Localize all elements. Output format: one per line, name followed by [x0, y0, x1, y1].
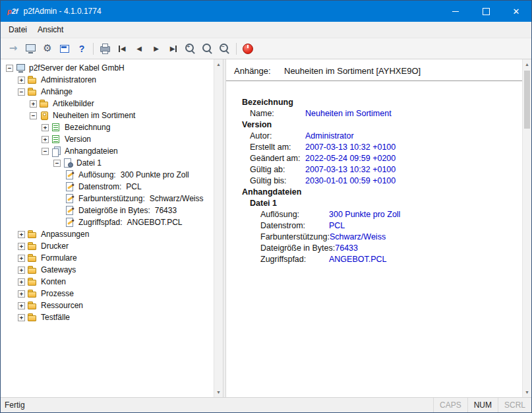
toolbar-separator — [93, 43, 94, 55]
attach-icon — [40, 111, 49, 120]
close-button[interactable]: ✕ — [501, 1, 531, 22]
menu-item-datei[interactable]: Datei — [3, 23, 32, 36]
tree-item-label: Dateigröße in Bytes: — [78, 206, 150, 215]
minimize-button[interactable] — [440, 1, 471, 22]
tree-item[interactable]: Auflösung:300 Punkte pro Zoll — [1, 169, 214, 181]
expand-icon[interactable]: + — [18, 231, 25, 238]
toolbar-separator — [236, 43, 237, 55]
status-indicators: CAPSNUMSCRL — [433, 398, 531, 412]
collapse-icon[interactable]: − — [53, 160, 61, 167]
detail-value: 76433 — [335, 243, 358, 253]
tree-item[interactable]: +Ressourcen — [1, 300, 214, 311]
maximize-button[interactable] — [471, 1, 501, 22]
scroll-up-icon[interactable]: ▲ — [523, 59, 531, 69]
zoom-in-button[interactable] — [182, 41, 199, 57]
detail-label: Farbunterstützung: — [260, 232, 330, 243]
app-icon: p2f — [7, 7, 18, 15]
help-icon: ? — [79, 44, 85, 53]
title-bar[interactable]: p2f p2fAdmin - 4.1.0.1774 ✕ — [1, 1, 531, 22]
expand-icon[interactable]: + — [42, 136, 49, 143]
tree-item[interactable]: +Drucker — [1, 240, 214, 252]
scroll-down-icon[interactable]: ▼ — [214, 387, 223, 397]
detail-scrollbar[interactable]: ▲ ▼ — [522, 59, 531, 397]
tree-item[interactable]: +Gateways — [1, 264, 214, 276]
zoom-button[interactable] — [199, 41, 216, 57]
close-icon: ✕ — [513, 7, 520, 16]
scroll-up-icon[interactable]: ▲ — [214, 59, 223, 69]
expand-icon[interactable]: + — [18, 314, 25, 321]
tree-item[interactable]: Farbunterstützung:Schwarz/Weiss — [1, 193, 214, 205]
first-record-button[interactable]: ◀ — [113, 41, 131, 57]
scroll-down-icon[interactable]: ▼ — [523, 387, 531, 397]
print-button[interactable] — [96, 41, 113, 57]
detail-panel: Anhänge: Neuheiten im Sortiment [AYHXE9O… — [226, 59, 531, 397]
tree-item[interactable]: +Anpassungen — [1, 228, 214, 240]
detail-value: ANGEBOT.PCL — [329, 255, 387, 264]
menu-item-ansicht[interactable]: Ansicht — [32, 23, 69, 36]
last-record-button[interactable]: ▶ — [165, 41, 182, 57]
expand-icon[interactable]: + — [42, 124, 49, 131]
forward-arrow-button[interactable]: → — [5, 41, 22, 57]
collapse-icon[interactable]: − — [42, 148, 49, 155]
tree-item[interactable]: +Artikelbilder — [1, 98, 214, 110]
folder-icon — [28, 230, 38, 239]
tree-item[interactable]: Zugriffspfad:ANGEBOT.PCL — [1, 216, 214, 228]
tree-item-label: Gateways — [41, 265, 76, 274]
expand-icon[interactable]: + — [18, 278, 25, 286]
stop-button[interactable] — [239, 41, 256, 57]
server-icon — [16, 63, 26, 73]
detail-row: Dateigröße in Bytes:76433 — [260, 243, 522, 254]
tree-item[interactable]: +Formulare — [1, 252, 214, 264]
tree-item-label: Version — [65, 135, 91, 144]
collapse-icon[interactable]: − — [6, 65, 13, 72]
zoom-out-button[interactable] — [216, 41, 233, 57]
tree-item[interactable]: +Bezeichnung — [1, 121, 214, 133]
tree-item[interactable]: −Anhänge — [1, 86, 214, 98]
tree-item[interactable]: −Datei 1 — [1, 157, 214, 169]
expand-icon[interactable]: + — [30, 100, 37, 108]
detail-row: Auflösung:300 Punkte pro Zoll — [260, 209, 522, 220]
expand-icon[interactable]: + — [18, 255, 25, 262]
tree-scroll-track[interactable] — [214, 69, 223, 387]
help-button[interactable]: ? — [73, 41, 90, 57]
detail-label: Autor: — [250, 131, 305, 142]
detail-value: Schwarz/Weiss — [330, 232, 386, 241]
tree-item[interactable]: +Konten — [1, 276, 214, 288]
tree-item[interactable]: +Prozesse — [1, 288, 214, 300]
expand-icon[interactable]: + — [18, 290, 25, 298]
tree-item[interactable]: +Administratoren — [1, 74, 214, 86]
expand-icon[interactable]: + — [18, 267, 25, 274]
detail-scroll-track[interactable] — [523, 69, 531, 387]
tree-item[interactable]: +Testfälle — [1, 311, 214, 323]
tree-item-label: Drucker — [41, 241, 69, 251]
tree-item[interactable]: Dateigröße in Bytes:76433 — [1, 205, 214, 216]
tree-scrollbar[interactable]: ▲ ▼ — [214, 59, 223, 397]
detail-rows: BezeichnungName:Neuheiten im SortimentVe… — [234, 97, 522, 265]
settings-gear-button[interactable]: ⚙ — [39, 41, 56, 57]
expand-icon[interactable]: + — [18, 77, 25, 84]
forward-arrow-icon: → — [9, 44, 18, 53]
tree-item-value: PCL — [126, 182, 141, 191]
tree-item-value: Schwarz/Weiss — [150, 194, 204, 203]
tree-item[interactable]: +Version — [1, 133, 214, 145]
console-panel-button[interactable] — [56, 41, 73, 57]
detail-row: Gültig bis:2030-01-01 00:59 +0100 — [250, 175, 522, 187]
scroll-thumb[interactable] — [524, 71, 530, 129]
expand-icon[interactable]: + — [18, 302, 25, 309]
tree-item[interactable]: −Neuheiten im Sortiment — [1, 110, 214, 121]
previous-record-button[interactable]: ◀ — [131, 41, 148, 57]
tree-item[interactable]: −p2fServer der Kabel GmbH — [1, 62, 214, 74]
expand-icon[interactable]: + — [18, 243, 25, 250]
folder-icon — [28, 87, 38, 96]
monitor-button[interactable] — [22, 41, 39, 57]
tree-panel: −p2fServer der Kabel GmbH+Administratore… — [1, 59, 223, 397]
zoom-in-icon — [185, 44, 194, 52]
tree-item[interactable]: Datenstrom:PCL — [1, 181, 214, 193]
next-record-button[interactable]: ▶ — [148, 41, 165, 57]
collapse-icon[interactable]: − — [18, 88, 25, 96]
detail-label: Erstellt am: — [250, 142, 305, 153]
tree-item-label: Auflösung: — [78, 170, 116, 179]
tree-item[interactable]: −Anhangdateien — [1, 145, 214, 157]
collapse-icon[interactable]: − — [30, 112, 37, 119]
edit-icon — [65, 170, 75, 179]
